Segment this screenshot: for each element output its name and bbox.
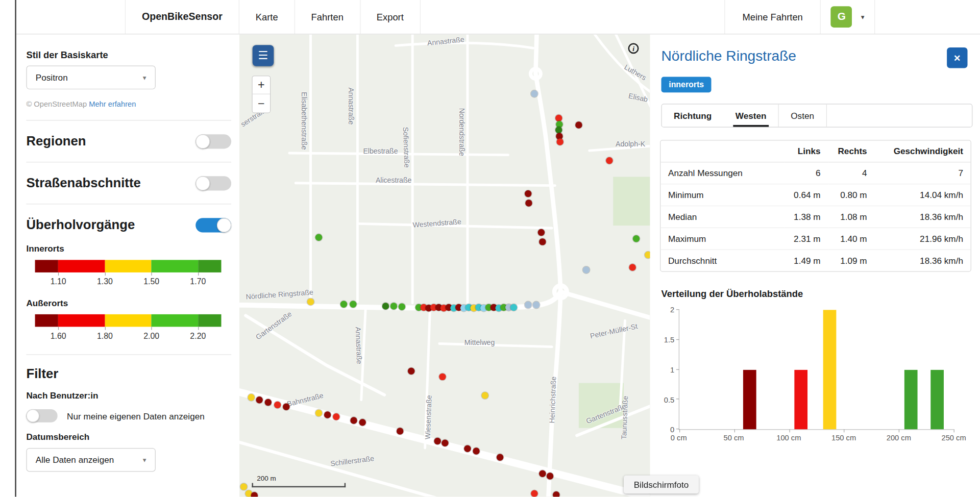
measurement-dot[interactable]	[340, 301, 347, 308]
divider	[26, 120, 231, 120]
measurement-dot[interactable]	[382, 303, 389, 309]
measurement-dot[interactable]	[390, 303, 397, 309]
date-range-select[interactable]: Alle Daten anzeigen ▾	[26, 448, 155, 472]
map-canvas[interactable]: AnnastraßeLuthersElisabElisabethenstraße…	[239, 34, 650, 496]
close-button[interactable]: ✕	[947, 47, 967, 68]
measurement-dot[interactable]	[397, 428, 403, 434]
user-menu[interactable]: G ▾	[820, 0, 875, 34]
measurement-dot[interactable]	[547, 473, 553, 479]
measurement-dot[interactable]	[525, 190, 531, 197]
toggle-knob	[217, 218, 231, 232]
stat-label: Minimum	[660, 184, 785, 206]
measurement-dot[interactable]	[307, 299, 314, 305]
measurement-dot[interactable]	[481, 392, 488, 399]
scale-tick-row: 1.601.802.002.20	[35, 327, 222, 343]
measurement-dot[interactable]	[274, 402, 281, 408]
chart-title: Verteilung der Überholabstände	[662, 288, 973, 299]
measurement-dot[interactable]	[256, 396, 262, 403]
x-tick-label: 100 cm	[776, 434, 801, 442]
measurement-dot[interactable]	[464, 445, 471, 452]
measurement-dot[interactable]	[553, 491, 559, 496]
measurement-dot[interactable]	[434, 438, 440, 444]
nav-item-fahrten[interactable]: Fahrten	[295, 0, 360, 34]
measurement-dot[interactable]	[533, 302, 540, 308]
measurement-dot[interactable]	[531, 90, 537, 97]
y-tick-label: 1	[670, 366, 674, 374]
brand-link[interactable]: OpenBikeSensor	[125, 0, 239, 34]
measurement-dot[interactable]	[315, 234, 322, 241]
ueberholvorgaenge-toggle[interactable]	[195, 218, 231, 232]
own-data-toggle-label: Nur meine eigenen Daten anzeigen	[67, 411, 205, 421]
measurement-dot[interactable]	[645, 252, 650, 258]
x-tick-mark	[679, 429, 680, 432]
measurement-dot[interactable]	[510, 304, 517, 311]
scalebar-line	[252, 483, 346, 488]
measurement-dot[interactable]	[315, 410, 322, 416]
measurement-dot[interactable]	[539, 238, 546, 245]
measurement-dot[interactable]	[359, 419, 365, 426]
measurement-dot[interactable]	[408, 368, 414, 375]
scale-tick-label: 1.70	[190, 277, 206, 286]
basemap-select[interactable]: Positron ▾	[26, 66, 155, 90]
info-icon[interactable]: i	[628, 43, 639, 54]
measurement-dot[interactable]	[333, 413, 339, 420]
zoom-control: + −	[252, 76, 271, 113]
table-row: Minimum0.64 m0.80 m14.04 km/h	[660, 184, 970, 206]
stat-value: 6	[785, 162, 828, 184]
zoom-in-button[interactable]: +	[253, 76, 270, 94]
y-tick-mark	[676, 339, 679, 340]
basemap-value: Positron	[36, 72, 68, 83]
measurement-dot[interactable]	[629, 264, 635, 270]
tab-westen[interactable]: Westen	[724, 104, 778, 127]
measurement-dot[interactable]	[525, 200, 532, 206]
measurement-dot[interactable]	[350, 301, 356, 308]
measurement-dot[interactable]	[240, 483, 247, 490]
measurement-dot[interactable]	[525, 302, 531, 308]
nav-item-meine-fahrten[interactable]: Meine Fahrten	[724, 0, 820, 34]
scale-segment	[152, 314, 198, 327]
screenshot-button[interactable]: Bildschirmfoto	[624, 476, 699, 494]
own-data-toggle[interactable]	[26, 409, 57, 423]
measurement-dot[interactable]	[283, 403, 289, 410]
stat-label: Anzahl Messungen	[660, 162, 785, 184]
map-menu-button[interactable]: ☰	[253, 45, 274, 66]
measurement-dot[interactable]	[473, 448, 479, 454]
chart-ylabels: 00.511.52	[662, 310, 679, 430]
measurement-dot[interactable]	[575, 121, 582, 128]
scale-tick-label: 1.10	[51, 277, 66, 286]
regionen-toggle[interactable]	[195, 134, 231, 148]
nav-item-export[interactable]: Export	[360, 0, 421, 34]
strassenabschnitte-toggle[interactable]	[195, 176, 231, 190]
avatar[interactable]: G	[831, 6, 852, 28]
measurement-dot[interactable]	[265, 399, 272, 406]
tab-osten[interactable]: Osten	[778, 104, 827, 127]
basemap-label: Stil der Basiskarte	[26, 49, 231, 60]
measurement-dot[interactable]	[497, 454, 503, 461]
measurement-dot[interactable]	[399, 303, 405, 310]
date-range-value: Alle Daten anzeigen	[36, 455, 114, 465]
y-tick-mark	[676, 369, 679, 369]
stats-col-header: Links	[785, 141, 828, 163]
measurement-dot[interactable]	[248, 394, 255, 401]
chevron-down-icon[interactable]: ▾	[861, 13, 865, 21]
measurement-dot[interactable]	[531, 490, 537, 497]
measurement-dot[interactable]	[538, 229, 545, 236]
measurement-dot[interactable]	[324, 411, 331, 418]
measurement-dot[interactable]	[539, 470, 546, 477]
chart-xlabels: 0 cm50 cm100 cm150 cm200 cm250 cm	[679, 434, 954, 445]
measurement-dot[interactable]	[439, 374, 446, 380]
zoom-out-button[interactable]: −	[253, 94, 270, 113]
measurement-dot[interactable]	[251, 492, 258, 496]
nav-item-karte[interactable]: Karte	[239, 0, 295, 34]
measurement-dot[interactable]	[350, 417, 357, 424]
measurement-dot[interactable]	[633, 235, 640, 242]
tab-richtung-label: Richtung	[662, 104, 724, 127]
measurement-dot[interactable]	[606, 157, 612, 164]
measurement-dot[interactable]	[556, 138, 563, 145]
measurement-dot[interactable]	[583, 266, 590, 273]
scale-tick-mark	[198, 272, 199, 276]
nav-left: OpenBikeSensor KarteFahrtenExport	[125, 0, 421, 34]
attribution-link[interactable]: Mehr erfahren	[89, 100, 136, 109]
measurement-dot[interactable]	[442, 439, 448, 446]
stats-col-header: Geschwindigkeit	[874, 141, 970, 163]
